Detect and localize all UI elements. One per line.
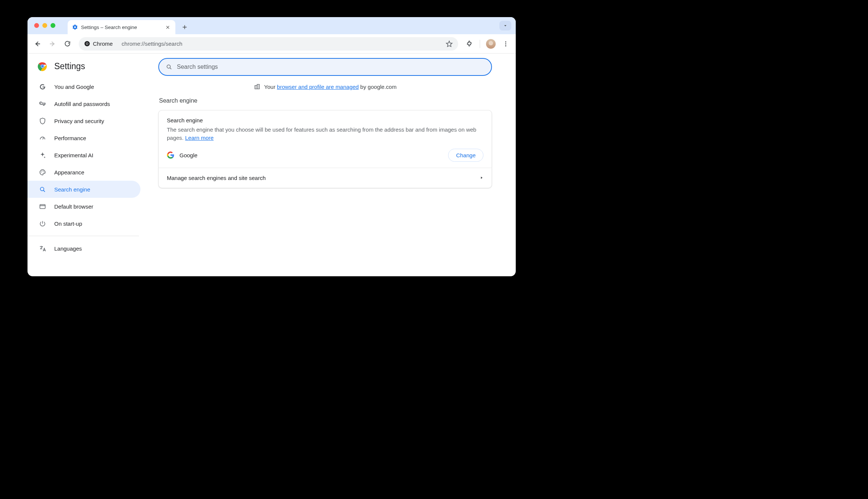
chrome-logo-icon: [37, 61, 48, 71]
svg-point-14: [40, 187, 44, 191]
sidebar-divider: [27, 236, 139, 236]
sidebar-item-label: Search engine: [54, 186, 90, 193]
profile-avatar[interactable]: [486, 39, 496, 49]
sidebar-title: Settings: [54, 61, 85, 71]
toolbar: Chrome chrome://settings/search: [27, 34, 516, 54]
sidebar-item-default-browser[interactable]: Default browser: [27, 198, 140, 215]
window-controls: [34, 23, 55, 28]
sidebar-item-label: Autofill and passwords: [54, 101, 110, 107]
sidebar-item-label: Experimental AI: [54, 152, 93, 158]
shield-icon: [39, 117, 46, 125]
svg-point-4: [505, 43, 506, 44]
sidebar-item-appearance[interactable]: Appearance: [27, 164, 140, 181]
sidebar-item-label: On start-up: [54, 220, 82, 227]
search-icon: [39, 186, 46, 193]
key-icon: [39, 100, 46, 107]
sidebar-item-autofill[interactable]: Autofill and passwords: [27, 95, 140, 112]
settings-search[interactable]: [158, 58, 492, 76]
managed-prefix: Your: [264, 84, 277, 90]
reload-button[interactable]: [61, 38, 74, 50]
settings-search-input[interactable]: [177, 64, 485, 70]
sidebar-item-label: You and Google: [54, 84, 94, 90]
svg-point-10: [41, 171, 41, 172]
site-chip-label: Chrome: [93, 41, 113, 47]
speedometer-icon: [39, 134, 46, 142]
managed-notice: Your browser and profile are managed by …: [158, 83, 492, 90]
svg-point-8: [41, 65, 44, 68]
svg-point-3: [505, 41, 506, 42]
tab-title: Settings – Search engine: [81, 25, 137, 30]
sidebar-item-you-and-google[interactable]: You and Google: [27, 78, 140, 95]
main-menu-button[interactable]: [499, 38, 512, 50]
settings-content: Settings You and Google Autofill and pas…: [27, 54, 516, 276]
close-tab-button[interactable]: [164, 24, 171, 30]
window-icon: [39, 203, 46, 210]
toolbar-divider: [480, 40, 480, 48]
sidebar-item-label: Performance: [54, 135, 86, 141]
translate-icon: [39, 245, 46, 252]
search-icon: [166, 64, 172, 70]
close-window-button[interactable]: [34, 23, 39, 28]
new-tab-button[interactable]: [179, 22, 190, 33]
minimize-window-button[interactable]: [42, 23, 47, 28]
search-engine-card: Search engine The search engine that you…: [158, 110, 492, 188]
svg-point-11: [41, 170, 42, 171]
sidebar-item-experimental-ai[interactable]: Experimental AI: [27, 147, 140, 164]
learn-more-link[interactable]: Learn more: [185, 135, 214, 141]
sidebar-item-languages[interactable]: Languages: [27, 240, 140, 257]
section-title: Search engine: [159, 97, 492, 104]
sidebar-item-privacy[interactable]: Privacy and security: [27, 112, 140, 129]
site-chip[interactable]: Chrome: [84, 41, 118, 47]
sidebar-item-search-engine[interactable]: Search engine: [27, 181, 140, 198]
bookmark-button[interactable]: [446, 40, 453, 48]
settings-gear-icon: [72, 24, 78, 30]
svg-point-2: [86, 43, 88, 44]
card-description: The search engine that you choose will b…: [167, 126, 483, 142]
back-button[interactable]: [31, 38, 44, 50]
titlebar: Settings – Search engine: [27, 17, 516, 34]
palette-icon: [39, 168, 46, 176]
managed-suffix: by google.com: [359, 84, 396, 90]
sidebar-item-label: Privacy and security: [54, 118, 104, 124]
tab-search-button[interactable]: [499, 21, 511, 30]
sidebar-item-label: Languages: [54, 245, 82, 252]
sparkle-icon: [39, 151, 46, 159]
forward-button[interactable]: [46, 38, 59, 50]
svg-point-13: [43, 171, 44, 172]
url-text: chrome://settings/search: [122, 41, 182, 47]
svg-point-5: [505, 45, 506, 46]
chevron-right-icon: [480, 176, 483, 180]
current-engine: Google: [179, 152, 197, 158]
sidebar-item-label: Default browser: [54, 203, 93, 210]
svg-point-12: [43, 170, 43, 171]
svg-point-9: [40, 103, 41, 104]
settings-main: Your browser and profile are managed by …: [144, 54, 516, 276]
settings-sidebar: Settings You and Google Autofill and pas…: [27, 54, 144, 276]
svg-point-16: [167, 65, 170, 68]
extensions-button[interactable]: [463, 38, 476, 50]
google-g-icon: [39, 83, 46, 90]
address-bar[interactable]: Chrome chrome://settings/search: [79, 37, 458, 51]
browser-window: Settings – Search engine: [27, 17, 516, 276]
manage-search-engines-row[interactable]: Manage search engines and site search: [159, 168, 492, 188]
sidebar-item-performance[interactable]: Performance: [27, 129, 140, 147]
chrome-glyph-icon: [84, 41, 90, 47]
managed-link[interactable]: browser and profile are managed: [277, 84, 359, 90]
sidebar-item-label: Appearance: [54, 169, 84, 176]
fullscreen-window-button[interactable]: [51, 23, 55, 28]
change-engine-button[interactable]: Change: [448, 149, 483, 162]
google-logo-icon: [167, 151, 174, 159]
sidebar-item-on-startup[interactable]: On start-up: [27, 215, 140, 232]
svg-rect-15: [40, 204, 45, 208]
power-icon: [39, 220, 46, 227]
manage-search-label: Manage search engines and site search: [167, 175, 266, 181]
sidebar-header: Settings: [27, 59, 144, 78]
building-icon: [254, 83, 260, 90]
card-heading: Search engine: [167, 117, 483, 123]
browser-tab[interactable]: Settings – Search engine: [68, 20, 175, 34]
